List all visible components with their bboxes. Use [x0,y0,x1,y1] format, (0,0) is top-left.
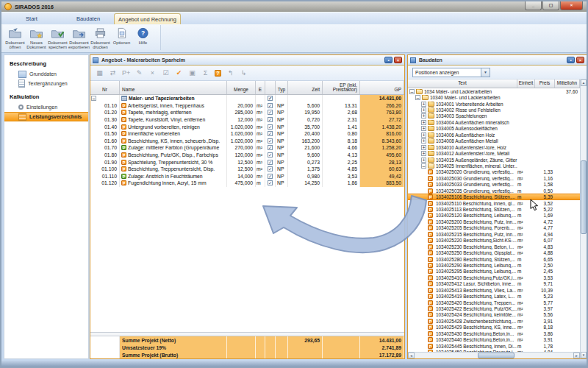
table-row[interactable]: 01.100PBeschichtung, Treppenuntersicht, … [90,166,404,173]
tree-row[interactable]: P1034025200 Beschichtung, Putz, inn...m²… [408,219,580,224]
tree-row[interactable]: +1034003 Spachtelungen [408,113,580,119]
tree-row[interactable]: +1034004 Außenflächen mineralisch [408,119,580,125]
table-row[interactable]: 01.20PTapete, mehrlagig, entfernen285,00… [90,109,404,116]
tree-row[interactable]: P1034025428 Zwischenbeschichtung,...m²3,… [408,318,580,324]
swap-icon[interactable]: ⇄ [109,69,117,77]
panel-pin-button[interactable]: ▪ [384,57,392,63]
minimize-button[interactable]: _ [525,1,542,10]
chevron-down-icon[interactable]: ▼ [481,68,490,77]
column-header-einheit[interactable]: Einheit [517,79,535,88]
confirm-icon[interactable]: ✔ [175,69,183,77]
vertical-scrollbar[interactable]: ▲ ▼ [580,79,587,358]
tab-start[interactable]: Start [9,13,54,25]
tree-row[interactable]: P1034025410 Beschichtung,Putz/GK,i...m²3… [408,275,580,280]
table-row[interactable]: 01.60PBeschichtung, KS, innen, scheuerb.… [90,138,404,145]
sidebar-item-leistungsverzeichnis[interactable]: Leistungsverzeichnis [4,112,88,121]
expand-icon[interactable]: + [421,102,426,107]
expand-icon[interactable]: + [421,126,426,131]
table-row[interactable]: 01.10PArbeitsgerüst, innen, Treppenhaus2… [90,102,404,110]
table-row[interactable]: 01.80PBeschichtung, Putz/GK, Disp., Farb… [90,152,404,159]
ribbon-button-dokument-speichern[interactable]: Dokument speichern [47,26,68,49]
column-header-checkbox[interactable] [265,81,276,94]
delete-icon[interactable]: × [148,69,157,77]
tree-row[interactable]: P1034025295 Beschichtung, Leibung,...m2,… [408,269,580,275]
table-row[interactable]: 01.110PZulage: Anstrich in Feuchträumen1… [90,173,404,180]
checkbox-icon[interactable]: ✓ [268,145,273,150]
tree-row[interactable]: +1034002 Risse und Fehlstellen [408,107,580,113]
tree-row[interactable]: P1034025033 Grundierung, verfestig...m1,… [408,182,580,188]
checkbox-icon[interactable]: ✓ [268,152,273,158]
collapse-icon[interactable]: – [409,89,415,94]
tag-icon[interactable]: ? [215,70,221,77]
tree-row[interactable]: P1034025220 Beschichtung,Sicht-KS-...m²6… [408,238,580,244]
close-button[interactable]: × [560,1,583,10]
expand-icon[interactable]: + [421,107,426,113]
tree-row[interactable]: P1034025429 Beschichtung, KS, inne...m²8… [408,325,580,330]
new-position-icon[interactable]: ▦ [96,69,104,77]
checkbox-icon[interactable]: ☑ [162,69,170,77]
ribbon-button-dokument-exportieren[interactable]: Dokument exportieren [68,26,90,49]
column-header-zeit[interactable]: Zeit [288,81,323,94]
tree-row[interactable]: +1034012 Außenfenster/-tore, Metall [408,150,580,156]
tree-row[interactable]: P1034025430 Beschichtung,Beton,in...m²3,… [408,330,580,336]
column-header-name[interactable]: Name [120,81,227,94]
tree-row[interactable]: –1034025 Innenflächen, mineral. Unter... [408,163,580,169]
tree-row[interactable]: P1034025230 Beschichtung, Beton, i...m²4… [408,244,580,250]
panel-close-button[interactable]: × [576,57,584,63]
tree-row[interactable]: P1034025412 Lasur, Sichtbeton, inne...m9… [408,281,580,287]
sum-icon[interactable]: Σ [201,69,209,77]
table-row[interactable]: 01.120PFugendichtung innen, Acryl, 15 mm… [90,180,404,187]
tree-row[interactable]: P1034025120 Beschichtung, Leibung,...m1,… [408,213,580,219]
level-up-icon[interactable]: ↰ [226,69,234,77]
column-header-mittellohn[interactable]: Mittellohn [555,79,580,88]
tree-row[interactable]: P1034025106 Beschichtung, Stützen,...m5,… [408,194,580,199]
tree-row[interactable]: P1034025205 Beschichtung, Porenb....m²4,… [408,225,580,231]
tree-row[interactable]: P1034025113 Beschichtung, Stützen,...m5,… [408,206,580,212]
checkbox-icon[interactable]: ✓ [268,96,273,101]
scrollbar-thumb[interactable] [581,160,587,234]
tree-row[interactable]: P1034025440 Beschichtung,Beton,in...m²3,… [408,337,580,343]
column-header-menge[interactable]: Menge [227,81,256,94]
collapse-icon[interactable]: – [415,95,420,100]
expand-icon[interactable]: + [421,151,426,156]
checkbox-icon[interactable]: ✓ [268,124,273,130]
expand-icon[interactable]: + [421,145,426,150]
tree-row[interactable]: +1034015 Außengeländer, Zäune, Gitter [408,157,580,163]
scroll-left-icon[interactable]: ◄ [408,353,415,358]
tree-row[interactable]: P1034025215 Beschichtung, Putz, inn...m²… [408,231,580,237]
sidebar-item-einstellungen[interactable]: Einstellungen [4,102,88,112]
tree-row[interactable]: +1034008 Außenflächen Metall [408,138,580,144]
positions-filter-dropdown[interactable]: Positionen anzeigen ▼ [412,68,490,77]
maximize-button[interactable]: ▢ [542,1,559,10]
checkbox-icon[interactable]: ✓ [268,180,273,185]
column-header-e[interactable]: E [256,81,265,94]
column-header-typ[interactable]: Typ [276,81,288,94]
copy-icon[interactable]: ▣ [188,69,196,77]
horizontal-scrollbar[interactable]: ◄ ► [408,352,580,358]
expand-icon[interactable]: – [91,96,96,101]
ribbon-button-dokument-drucken[interactable]: Dokument drucken [90,26,111,49]
tree-row[interactable]: P1034025280 Beschichtung, Stützen,...m6,… [408,256,580,262]
tab-angebot-und-rechnung[interactable]: Angebot und Rechnung [114,13,181,25]
checkbox-icon[interactable]: ✓ [268,160,273,165]
expand-icon[interactable]: + [421,120,426,125]
tab-baudaten[interactable]: Baudaten [64,13,112,25]
tree-row[interactable]: +1034005 Außensockelflächen [408,126,580,132]
checkbox-icon[interactable]: ✓ [268,103,273,108]
panel-pin-button[interactable]: ▪ [567,57,575,63]
level-down-icon[interactable]: ↳ [240,69,248,77]
column-header-preis[interactable]: Preis [535,79,555,88]
sidebar-item-grunddaten[interactable]: Grunddaten [4,69,88,79]
ribbon-button-optionen[interactable]: Optionen [111,26,132,49]
tree-row[interactable]: –1034 Maler- und Lackierarbeiten37,60 [408,88,580,94]
panel-close-button[interactable]: × [394,57,402,63]
expand-icon[interactable]: + [421,113,426,118]
checkbox-icon[interactable]: ✓ [268,138,273,144]
tree-row[interactable]: +1034006 Außenflächen Holz [408,132,580,138]
expand-icon[interactable]: + [421,158,426,163]
scroll-right-icon[interactable]: ► [573,353,580,358]
column-header-nr[interactable]: Nr [90,81,120,94]
expand-icon[interactable]: + [421,132,426,138]
table-row[interactable]: 01.40PUntergrund vorbereiten, reinigen1.… [90,123,404,130]
tree-row[interactable]: P1034025424 Beschichtung, keimtöte...m²5… [408,312,580,318]
